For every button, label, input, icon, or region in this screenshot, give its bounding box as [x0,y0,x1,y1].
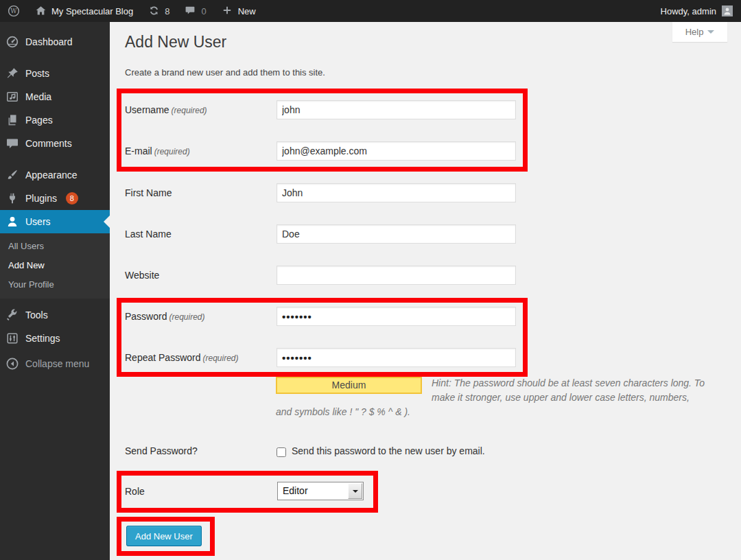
password-input[interactable] [277,307,516,326]
send-password-checkbox-label: Send this password to the new user by em… [292,445,485,456]
new-content-menu[interactable]: New [214,0,263,22]
sidebar-item-settings[interactable]: Settings [0,327,110,350]
select-dropdown-button[interactable] [348,483,362,499]
password-label: Password(required) [125,311,205,322]
website-label: Website [125,270,159,281]
first-name-input[interactable] [277,183,516,202]
last-name-input[interactable] [277,224,516,244]
update-count: 8 [165,6,169,16]
last-name-label: Last Name [125,229,172,240]
sidebar-item-dashboard[interactable]: Dashboard [0,30,110,54]
email-label: E-mail(required) [125,145,190,156]
repeat-password-label: Repeat Password(required) [125,352,239,363]
role-label: Role [125,486,145,497]
site-name-menu[interactable]: My Spectacular Blog [27,0,141,22]
plugin-icon [5,191,19,205]
main-content: Help Add New User Create a brand new use… [110,22,741,560]
chevron-down-icon [707,30,714,37]
role-selected-value: Editor [283,485,308,496]
sidebar-item-media[interactable]: Media [0,85,110,108]
comments-menu[interactable]: 0 [177,0,213,22]
role-select[interactable]: Editor [277,482,364,500]
chevron-down-icon [353,490,358,495]
sidebar-item-posts[interactable]: Posts [0,62,110,85]
password-strength-meter: Medium [276,377,422,394]
media-icon [5,90,19,104]
comment-bubble-icon [185,5,197,17]
submenu-item-your-profile[interactable]: Your Profile [0,275,110,294]
page-title: Add New User [125,33,226,51]
new-label: New [238,6,256,16]
repeat-password-input[interactable] [277,348,516,367]
first-name-label: First Name [125,187,172,198]
send-password-label: Send Password? [125,445,198,456]
admin-bar: W My Spectacular Blog 8 0 New Howdy, adm… [0,0,741,22]
updates-menu[interactable]: 8 [141,0,177,22]
plus-icon [222,5,234,17]
howdy-text[interactable]: Howdy, admin [661,6,716,16]
sidebar-item-comments[interactable]: Comments [0,132,110,155]
users-submenu: All Users Add New Your Profile [0,233,110,299]
email-input[interactable] [277,141,516,161]
sidebar-item-users[interactable]: Users [0,210,110,233]
comment-count: 0 [201,6,206,16]
dashboard-icon [5,35,19,49]
wordpress-logo-icon: W [8,5,20,17]
paintbrush-icon [5,168,19,182]
website-input[interactable] [277,266,516,285]
username-input[interactable] [277,100,516,119]
wordpress-logo-menu[interactable]: W [0,0,27,22]
sidebar-item-collapse-menu[interactable]: Collapse menu [0,352,110,375]
password-strength-area: Medium Hint: The password should be at l… [276,376,708,419]
wrench-icon [5,308,19,322]
add-new-user-button[interactable]: Add New User [126,526,202,546]
updates-icon [148,5,161,17]
users-icon [5,215,19,229]
help-tab[interactable]: Help [672,22,727,42]
comments-icon [5,137,19,150]
current-menu-arrow [97,215,110,228]
sidebar-item-pages[interactable]: Pages [0,108,110,132]
collapse-circle-icon [5,357,19,371]
admin-sidebar: Dashboard Posts Media Pages Comments [0,22,110,560]
settings-icon [5,331,19,345]
send-password-checkbox[interactable] [277,447,286,457]
username-label: Username(required) [125,104,207,115]
user-avatar[interactable] [722,5,733,16]
sidebar-item-appearance[interactable]: Appearance [0,163,110,187]
submenu-item-all-users[interactable]: All Users [0,237,110,256]
sidebar-item-tools[interactable]: Tools [0,303,110,327]
pages-icon [5,113,19,127]
submenu-item-add-new[interactable]: Add New [0,256,110,275]
site-name: My Spectacular Blog [51,6,133,16]
sidebar-item-plugins[interactable]: Plugins 8 [0,187,110,210]
home-icon [35,5,47,17]
plugins-update-badge: 8 [66,192,78,205]
pushpin-icon [5,67,19,80]
page-subtitle: Create a brand new user and add them to … [125,67,325,78]
svg-text:W: W [10,8,17,14]
